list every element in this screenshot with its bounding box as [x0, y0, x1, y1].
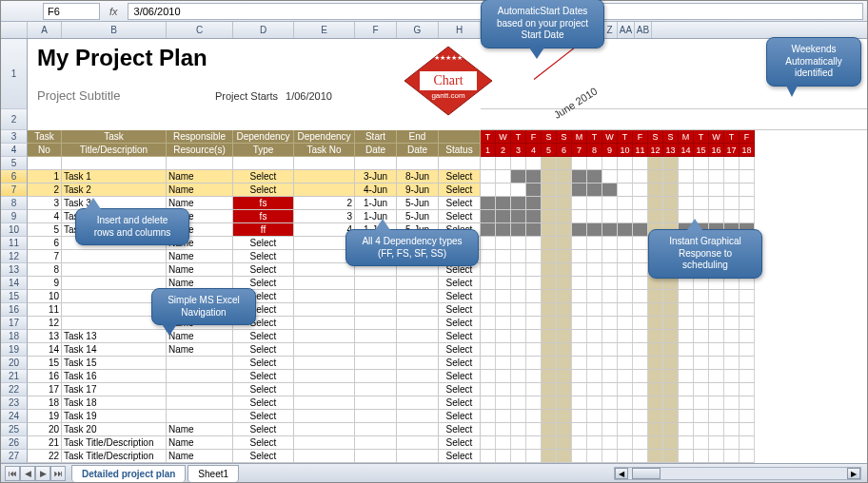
gantt-cell[interactable]: [572, 157, 587, 170]
gantt-cell[interactable]: [481, 330, 496, 343]
col-header-C[interactable]: C: [167, 22, 233, 38]
gantt-cell[interactable]: [587, 423, 602, 436]
gantt-cell[interactable]: [526, 303, 542, 317]
gantt-cell[interactable]: [587, 317, 602, 330]
gantt-cell[interactable]: [724, 197, 740, 210]
gantt-cell[interactable]: [481, 184, 496, 197]
gantt-cell[interactable]: [663, 330, 679, 343]
end-date-cell[interactable]: [397, 277, 439, 290]
gantt-cell[interactable]: [648, 317, 663, 330]
gantt-cell[interactable]: [572, 330, 587, 343]
gantt-cell[interactable]: [618, 436, 633, 450]
gantt-cell[interactable]: [633, 303, 648, 317]
gantt-cell[interactable]: [648, 170, 663, 184]
task-no-cell[interactable]: 12: [28, 317, 62, 330]
start-date-cell[interactable]: [355, 357, 397, 370]
end-date-cell[interactable]: 5-Jun: [397, 210, 439, 223]
dep-no-cell[interactable]: 2: [294, 197, 355, 210]
gantt-cell[interactable]: [740, 343, 755, 357]
gantt-cell[interactable]: [526, 157, 542, 170]
gantt-cell[interactable]: [618, 210, 633, 223]
gantt-cell[interactable]: [618, 184, 633, 197]
start-date-cell[interactable]: [355, 317, 397, 330]
gantt-cell[interactable]: [557, 197, 572, 210]
gantt-cell[interactable]: [572, 263, 587, 277]
gantt-cell[interactable]: [663, 450, 679, 463]
gantt-cell[interactable]: [633, 210, 648, 223]
col-header-D[interactable]: D: [233, 22, 294, 38]
row-header-4[interactable]: 4: [1, 144, 28, 157]
task-no-cell[interactable]: 1: [28, 170, 62, 184]
gantt-cell[interactable]: [526, 184, 542, 197]
resp-cell[interactable]: Name: [167, 250, 233, 263]
gantt-cell[interactable]: [648, 370, 663, 383]
gantt-cell[interactable]: [526, 263, 542, 277]
gantt-cell[interactable]: [526, 210, 542, 223]
dep-no-cell[interactable]: 3: [294, 210, 355, 223]
dep-no-cell[interactable]: [294, 450, 355, 463]
start-date-cell[interactable]: [355, 290, 397, 303]
gantt-cell[interactable]: [481, 450, 496, 463]
gantt-cell[interactable]: [572, 450, 587, 463]
gantt-cell[interactable]: [724, 303, 740, 317]
gantt-cell[interactable]: [724, 210, 740, 223]
gantt-cell[interactable]: [602, 450, 618, 463]
row-header-10[interactable]: 10: [1, 223, 28, 237]
gantt-cell[interactable]: [679, 184, 694, 197]
gantt-cell[interactable]: [633, 383, 648, 396]
dep-type-cell[interactable]: Select: [233, 423, 294, 436]
dep-type-cell[interactable]: fs: [233, 197, 294, 210]
task-title-cell[interactable]: Task 15: [62, 357, 167, 370]
gantt-cell[interactable]: [587, 197, 602, 210]
gantt-cell[interactable]: [481, 410, 496, 423]
gantt-cell[interactable]: [602, 317, 618, 330]
gantt-cell[interactable]: [618, 370, 633, 383]
gantt-cell[interactable]: [679, 343, 694, 357]
task-title-cell[interactable]: Task 19: [62, 410, 167, 423]
row-header-7[interactable]: 7: [1, 184, 28, 197]
horizontal-scrollbar[interactable]: ◀ ▶: [614, 467, 861, 480]
gantt-cell[interactable]: [602, 237, 618, 250]
sheet-tab-sheet1[interactable]: Sheet1: [187, 465, 239, 482]
gantt-cell[interactable]: [572, 303, 587, 317]
task-title-cell[interactable]: [62, 263, 167, 277]
gantt-cell[interactable]: [572, 184, 587, 197]
gantt-cell[interactable]: [663, 436, 679, 450]
gantt-cell[interactable]: [709, 197, 724, 210]
resp-cell[interactable]: Name: [167, 423, 233, 436]
gantt-cell[interactable]: [587, 250, 602, 263]
dep-type-cell[interactable]: Select: [233, 357, 294, 370]
gantt-cell[interactable]: [602, 370, 618, 383]
status-cell[interactable]: Select: [439, 303, 481, 317]
task-no-cell[interactable]: 17: [28, 383, 62, 396]
gantt-cell[interactable]: [633, 343, 648, 357]
status-cell[interactable]: Select: [439, 317, 481, 330]
gantt-cell[interactable]: [481, 277, 496, 290]
gantt-cell[interactable]: [572, 370, 587, 383]
gantt-cell[interactable]: [648, 277, 663, 290]
gantt-cell[interactable]: [618, 170, 633, 184]
gantt-cell[interactable]: [542, 303, 557, 317]
dep-type-cell[interactable]: ff: [233, 223, 294, 237]
gantt-cell[interactable]: [694, 343, 709, 357]
task-title-cell[interactable]: Task Title/Description: [62, 436, 167, 450]
gantt-cell[interactable]: [542, 263, 557, 277]
gantt-cell[interactable]: [557, 436, 572, 450]
end-date-cell[interactable]: [397, 436, 439, 450]
resp-cell[interactable]: Name: [167, 343, 233, 357]
task-no-cell[interactable]: 11: [28, 303, 62, 317]
gantt-cell[interactable]: [679, 396, 694, 410]
gantt-cell[interactable]: [542, 210, 557, 223]
row-header-26[interactable]: 26: [1, 436, 28, 450]
gantt-cell[interactable]: [542, 423, 557, 436]
gantt-cell[interactable]: [724, 370, 740, 383]
gantt-cell[interactable]: [679, 277, 694, 290]
gantt-cell[interactable]: [572, 237, 587, 250]
gantt-cell[interactable]: [572, 223, 587, 237]
row-header-5[interactable]: 5: [1, 157, 28, 170]
task-no-cell[interactable]: 6: [28, 237, 62, 250]
gantt-cell[interactable]: [587, 237, 602, 250]
gantt-cell[interactable]: [526, 170, 542, 184]
dep-type-cell[interactable]: Select: [233, 370, 294, 383]
gantt-cell[interactable]: [663, 370, 679, 383]
